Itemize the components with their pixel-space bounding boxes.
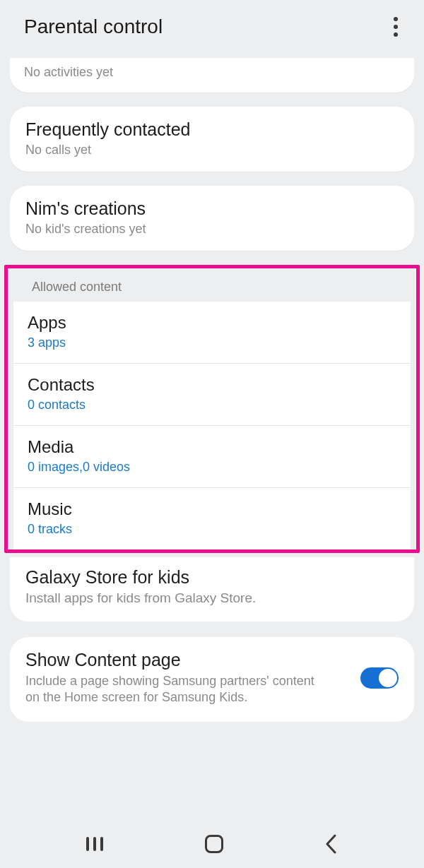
allowed-item-sub: 0 contacts — [28, 398, 396, 412]
allowed-item-apps[interactable]: Apps 3 apps — [13, 302, 411, 364]
galaxy-store-sub: Install apps for kids from Galaxy Store. — [25, 590, 399, 606]
allowed-content-list: Apps 3 apps Contacts 0 contacts Media 0 … — [13, 302, 411, 549]
show-content-sub: Include a page showing Samsung partners'… — [25, 673, 322, 706]
allowed-item-sub: 0 tracks — [28, 522, 396, 537]
galaxy-store-card[interactable]: Galaxy Store for kids Install apps for k… — [10, 557, 414, 622]
creations-card[interactable]: Nim's creations No kid's creations yet — [10, 186, 414, 251]
allowed-content-highlight: Allowed content Apps 3 apps Contacts 0 c… — [4, 265, 420, 553]
nav-home-icon[interactable] — [205, 835, 223, 853]
allowed-item-title: Apps — [28, 313, 396, 333]
toggle-knob — [379, 669, 397, 687]
allowed-content-label: Allowed content — [8, 268, 416, 302]
allowed-item-sub: 0 images,0 videos — [28, 460, 396, 475]
page-title: Parental control — [24, 16, 163, 38]
allowed-item-music[interactable]: Music 0 tracks — [13, 488, 411, 549]
frequently-contacted-sub: No calls yet — [25, 143, 399, 157]
activities-card[interactable]: No activities yet — [10, 58, 414, 93]
allowed-item-sub: 3 apps — [28, 335, 396, 350]
app-header: Parental control — [0, 0, 424, 58]
show-content-toggle[interactable] — [360, 667, 399, 689]
allowed-item-title: Music — [28, 499, 396, 519]
nav-back-icon[interactable] — [325, 834, 338, 854]
allowed-item-media[interactable]: Media 0 images,0 videos — [13, 426, 411, 488]
show-content-title: Show Content page — [25, 650, 322, 670]
creations-title: Nim's creations — [25, 198, 399, 219]
allowed-item-title: Media — [28, 437, 396, 457]
galaxy-store-title: Galaxy Store for kids — [25, 567, 399, 588]
system-nav-bar — [0, 820, 424, 868]
creations-sub: No kid's creations yet — [25, 222, 399, 237]
show-content-page-card: Show Content page Include a page showing… — [10, 637, 414, 722]
allowed-item-contacts[interactable]: Contacts 0 contacts — [13, 364, 411, 426]
nav-recents-icon[interactable] — [86, 837, 103, 851]
frequently-contacted-title: Frequently contacted — [25, 119, 399, 140]
activities-empty-text: No activities yet — [24, 65, 400, 80]
allowed-item-title: Contacts — [28, 375, 396, 395]
frequently-contacted-card[interactable]: Frequently contacted No calls yet — [10, 107, 414, 172]
more-options-icon[interactable] — [387, 16, 404, 37]
